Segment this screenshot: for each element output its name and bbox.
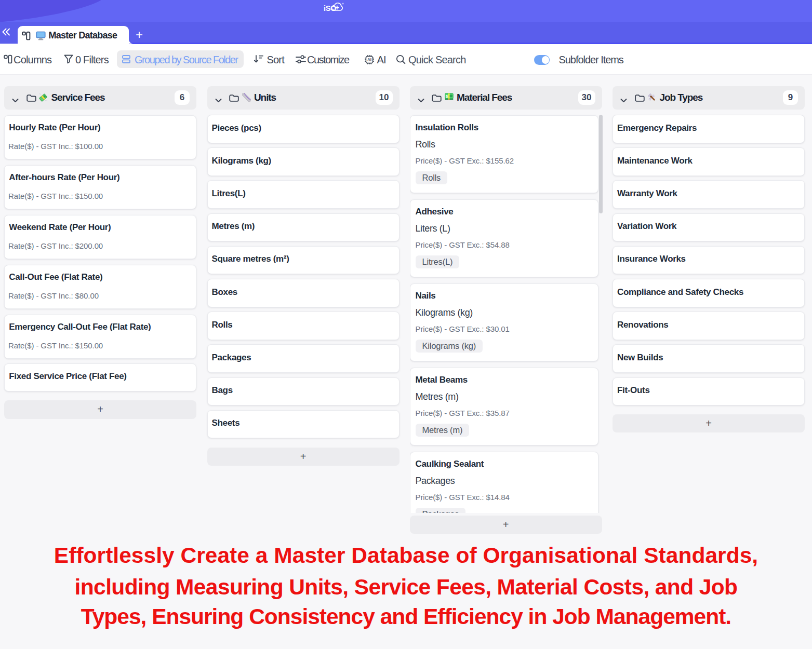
svg-text:AI: AI xyxy=(367,58,371,62)
